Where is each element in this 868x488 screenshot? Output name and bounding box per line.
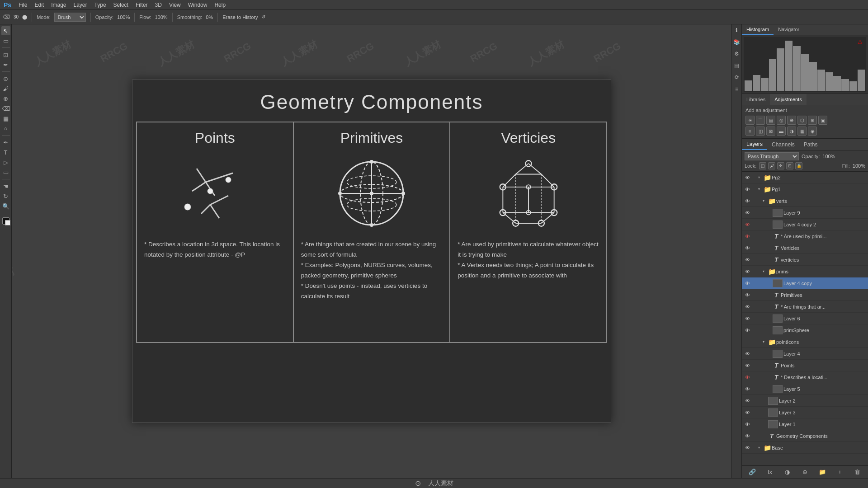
layer-eye-icon[interactable]: 👁 [744, 197, 751, 205]
menu-help[interactable]: Help [214, 2, 226, 8]
layer-item[interactable]: 👁▾📁Pg2 [742, 172, 868, 183]
history-icon[interactable]: ⟳ [733, 73, 741, 81]
lock-transparent-icon[interactable]: ◫ [759, 162, 766, 169]
brush-tool[interactable]: 🖌 [1, 84, 10, 93]
menu-edit[interactable]: Edit [34, 2, 44, 8]
adj-photofilter-icon[interactable]: ▣ [818, 116, 827, 125]
tab-histogram[interactable]: Histogram [742, 24, 774, 35]
layer-eye-icon[interactable]: 👁 [744, 397, 751, 404]
layer-item[interactable]: 👁Layer 4 copy [742, 277, 868, 289]
menu-image[interactable]: Image [51, 2, 66, 8]
layer-eye-icon[interactable]: 👁 [744, 256, 751, 263]
lock-image-icon[interactable]: 🖌 [768, 162, 775, 169]
layer-eye-icon[interactable]: 👁 [744, 409, 751, 416]
path-select-tool[interactable]: ▷ [1, 158, 10, 167]
adj-posterize-icon[interactable]: ▬ [777, 127, 786, 136]
tab-adjustments[interactable]: Adjustments [770, 94, 807, 105]
layer-expand-icon[interactable]: ▾ [758, 175, 763, 179]
layer-new-btn[interactable]: + [835, 468, 844, 477]
menu-file[interactable]: File [19, 2, 27, 8]
layer-item[interactable]: 👁Layer 2 [742, 395, 868, 407]
text-tool[interactable]: T [1, 148, 10, 157]
adj-brightness-icon[interactable]: ☀ [745, 116, 755, 125]
layer-item[interactable]: 👁Tverticies [742, 254, 868, 266]
layer-eye-icon[interactable] [744, 338, 751, 346]
layer-eye-icon[interactable]: 👁 [744, 362, 751, 369]
libraries-icon[interactable]: 📚 [733, 38, 741, 46]
lock-position-icon[interactable]: ✛ [777, 162, 784, 169]
move-tool[interactable]: ↖ [1, 26, 10, 35]
menu-layer[interactable]: Layer [74, 2, 87, 8]
layer-item[interactable]: 👁▾📁verts [742, 195, 868, 207]
adjustments-icon[interactable]: ⚙ [733, 50, 741, 58]
mode-select[interactable]: Brush [54, 13, 86, 22]
menu-filter[interactable]: Filter [136, 2, 148, 8]
layer-eye-icon[interactable]: 👁 [744, 280, 751, 287]
layer-item[interactable]: 👁Layer 6 [742, 313, 868, 324]
layer-expand-icon[interactable]: ▾ [758, 187, 763, 191]
layer-item[interactable]: 👁▾📁Base [742, 442, 868, 454]
hand-tool[interactable]: ☚ [1, 182, 10, 191]
layer-item[interactable]: 👁primSphere [742, 324, 868, 336]
layer-adjustment-btn[interactable]: ⊕ [800, 468, 809, 477]
layer-item[interactable]: 👁TPoints [742, 360, 868, 371]
eraser-tool-left[interactable]: ⌫ [1, 104, 10, 113]
layer-expand-icon[interactable]: ▾ [763, 340, 767, 344]
layer-item[interactable]: 👁▾📁Pg1 [742, 183, 868, 195]
menu-type[interactable]: Type [94, 2, 106, 8]
layer-eye-icon[interactable]: 👁 [744, 315, 751, 322]
layer-item[interactable]: 👁TPrimitives [742, 289, 868, 301]
erase-history-btn[interactable]: Erase to History [222, 14, 258, 20]
foreground-color[interactable] [2, 217, 9, 225]
layer-eye-icon[interactable]: 👁 [744, 209, 751, 216]
tab-layers[interactable]: Layers [742, 139, 767, 150]
layer-item[interactable]: 👁T* Are things that ar... [742, 301, 868, 313]
layer-item[interactable]: ▾📁pointIcons [742, 336, 868, 348]
layer-eye-icon[interactable]: 👁 [744, 421, 751, 428]
layer-eye-icon[interactable]: 👁 [744, 291, 751, 299]
layer-item[interactable]: 👁Layer 9 [742, 207, 868, 219]
layer-item[interactable]: 👁Layer 4 copy 2 [742, 219, 868, 230]
lock-all-icon[interactable]: 🔒 [795, 162, 802, 169]
shape-tool[interactable]: ▭ [1, 168, 10, 177]
layer-item[interactable]: 👁▾📁prims [742, 266, 868, 277]
layer-expand-icon[interactable]: ▾ [763, 199, 767, 203]
menu-window[interactable]: Window [188, 2, 208, 8]
layer-item[interactable]: 👁T* Describes a locati... [742, 371, 868, 383]
layer-item[interactable]: 👁T* Are used by primi... [742, 230, 868, 242]
layer-eye-icon[interactable]: 👁 [744, 444, 751, 451]
adj-select-color-icon[interactable]: ◉ [808, 127, 817, 136]
selection-tool[interactable]: ▭ [1, 36, 10, 45]
adj-curves-icon[interactable]: ⌒ [756, 116, 765, 125]
tab-libraries[interactable]: Libraries [742, 94, 770, 105]
pen-tool[interactable]: ✒ [1, 138, 10, 147]
layer-eye-icon[interactable]: 👁 [744, 268, 751, 275]
spot-heal-tool[interactable]: ⊙ [1, 74, 10, 83]
menu-view[interactable]: View [169, 2, 181, 8]
zoom-tool[interactable]: 🔍 [1, 202, 10, 211]
layer-item[interactable]: 👁Layer 5 [742, 383, 868, 395]
crop-tool[interactable]: ⊡ [1, 50, 10, 59]
props-icon[interactable]: ≡ [733, 85, 741, 93]
layer-mask-btn[interactable]: ◑ [783, 468, 792, 477]
adj-channelmix-icon[interactable]: ≡ [745, 127, 755, 136]
layer-eye-icon[interactable]: 👁 [744, 327, 751, 334]
layer-eye-icon[interactable]: 👁 [744, 303, 751, 310]
layer-item[interactable]: 👁Layer 1 [742, 418, 868, 430]
adj-exposure-icon[interactable]: ◎ [777, 116, 786, 125]
blend-mode-select[interactable]: Pass Through Normal Multiply [745, 152, 799, 160]
lock-artboard-icon[interactable]: ⊡ [786, 162, 793, 169]
adj-vibrance-icon[interactable]: ❋ [787, 116, 796, 125]
gradient-tool[interactable]: ▦ [1, 114, 10, 123]
info-icon[interactable]: ℹ [733, 26, 741, 34]
adj-colorbalance-icon[interactable]: ⊞ [808, 116, 817, 125]
layer-delete-btn[interactable]: 🗑 [853, 468, 862, 477]
menu-3d[interactable]: 3D [155, 2, 162, 8]
tab-navigator[interactable]: Navigator [774, 24, 804, 35]
adj-gradient-map-icon[interactable]: ▦ [797, 127, 807, 136]
layer-eye-icon[interactable]: 👁 [744, 233, 751, 240]
rotate-tool[interactable]: ↻ [1, 192, 10, 201]
layer-group-btn[interactable]: 📁 [818, 468, 827, 477]
adj-invert-icon[interactable]: ⊠ [766, 127, 775, 136]
layer-item[interactable]: 👁Layer 4 [742, 348, 868, 360]
